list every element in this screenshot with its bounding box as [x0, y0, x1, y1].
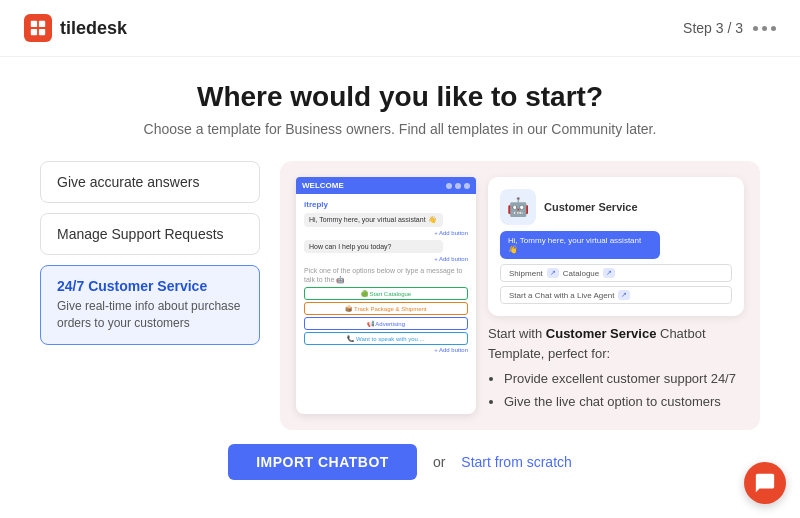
template-item-support[interactable]: Manage Support Requests — [40, 213, 260, 255]
svg-rect-2 — [31, 29, 37, 35]
logo-text: tiledesk — [60, 18, 127, 39]
cs-option-live: Start a Chat with a Live Agent ↗ — [500, 286, 732, 304]
footer: IMPORT CHATBOT or Start from scratch — [40, 430, 760, 480]
bullet-2: Give the live chat option to customers — [504, 392, 744, 412]
template-description: Start with Customer Service Chatbot Temp… — [488, 324, 744, 414]
desc-text: Start with — [488, 326, 542, 341]
chat-fab-icon — [754, 472, 776, 494]
pick-text: Pick one of the options below or type a … — [304, 266, 468, 284]
header-dot-1 — [446, 183, 452, 189]
tiledesk-icon — [29, 19, 47, 37]
template-list: Give accurate answers Manage Support Req… — [40, 161, 260, 430]
add-btn-1: + Add button — [304, 230, 468, 236]
cs-icon: 🤖 — [500, 189, 536, 225]
svg-rect-1 — [39, 21, 45, 27]
cs-option-catalogue-label: Catalogue — [563, 269, 599, 278]
add-btn-2: + Add button — [304, 256, 468, 262]
cs-bubble: Hi, Tommy here, your virtual assistant 👋 — [500, 231, 660, 259]
cs-option-shipment-badge: ↗ — [547, 268, 559, 278]
cs-option-shipment-label: Shipment — [509, 269, 543, 278]
svg-rect-3 — [39, 29, 45, 35]
start-from-scratch-link[interactable]: Start from scratch — [461, 454, 571, 470]
bot-name-label: itreply — [304, 200, 468, 209]
dots — [753, 26, 776, 31]
chat-preview-title: WELCOME — [302, 181, 344, 190]
header-dot-2 — [455, 183, 461, 189]
question-msg: How can I help you today? — [304, 240, 443, 253]
dot-3 — [771, 26, 776, 31]
step-info: Step 3 / 3 — [683, 20, 776, 36]
chat-option-2: 📦 Track Package & Shipment — [304, 302, 468, 315]
import-chatbot-button[interactable]: IMPORT CHATBOT — [228, 444, 417, 480]
logo: tiledesk — [24, 14, 127, 42]
greeting-msg: Hi, Tommy here, your virtual assistant 👋 — [304, 213, 443, 227]
chat-option-1: 🟢 Start Catalogue — [304, 287, 468, 300]
header-dot-3 — [464, 183, 470, 189]
page-subtitle: Choose a template for Business owners. F… — [40, 121, 760, 137]
cs-card-header: 🤖 Customer Service — [500, 189, 732, 225]
add-btn-3: + Add button — [304, 347, 468, 353]
bullet-1: Provide excellent customer support 24/7 — [504, 369, 744, 389]
right-info: 🤖 Customer Service Hi, Tommy here, your … — [488, 177, 744, 414]
cs-options: Shipment ↗ Catalogue ↗ Start a Chat with… — [500, 264, 732, 304]
cs-option-catalogue-badge: ↗ — [603, 268, 615, 278]
cs-card: 🤖 Customer Service Hi, Tommy here, your … — [488, 177, 744, 316]
preview-panel: WELCOME itreply Hi, Tommy here, your vir… — [280, 161, 760, 430]
chat-preview-header: WELCOME — [296, 177, 476, 194]
dot-1 — [753, 26, 758, 31]
template-desc-customer: Give real-time info about purchase order… — [57, 298, 243, 332]
page-title: Where would you like to start? — [40, 81, 760, 113]
or-label: or — [433, 454, 445, 470]
chat-option-4: 📞 Want to speak with you ... — [304, 332, 468, 345]
svg-rect-0 — [31, 21, 37, 27]
template-item-accurate[interactable]: Give accurate answers — [40, 161, 260, 203]
cs-card-title: Customer Service — [544, 201, 638, 213]
cs-option-live-label: Start a Chat with a Live Agent — [509, 291, 614, 300]
header: tiledesk Step 3 / 3 — [0, 0, 800, 57]
cs-option-shipment: Shipment ↗ Catalogue ↗ — [500, 264, 732, 282]
main-content: Where would you like to start? Choose a … — [0, 57, 800, 496]
dot-2 — [762, 26, 767, 31]
template-item-customer[interactable]: 24/7 Customer Service Give real-time inf… — [40, 265, 260, 345]
chat-fab-button[interactable] — [744, 462, 786, 504]
bullet-list: Provide excellent customer support 24/7 … — [488, 369, 744, 411]
chat-option-3: 📢 Advertising — [304, 317, 468, 330]
chat-header-icons — [446, 183, 470, 189]
cs-option-live-badge: ↗ — [618, 290, 630, 300]
desc-bold: Customer Service — [546, 326, 657, 341]
logo-icon — [24, 14, 52, 42]
chat-flow-preview: WELCOME itreply Hi, Tommy here, your vir… — [296, 177, 476, 414]
content-area: Give accurate answers Manage Support Req… — [40, 161, 760, 430]
template-title-customer: 24/7 Customer Service — [57, 278, 243, 294]
step-label: Step 3 / 3 — [683, 20, 743, 36]
